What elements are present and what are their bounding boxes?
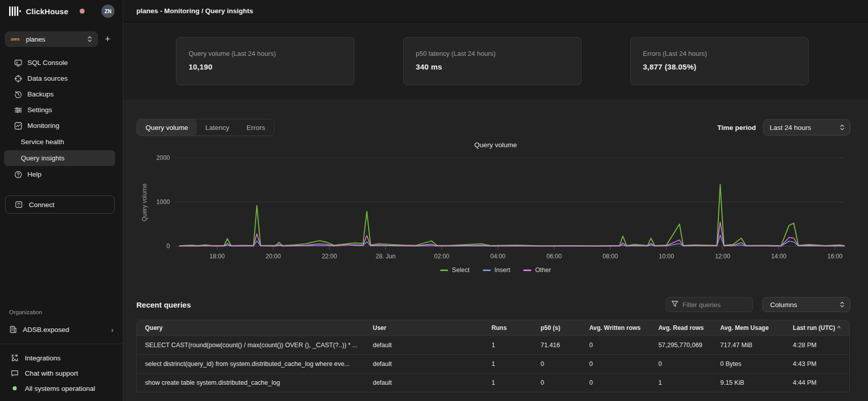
cell-runs: 1: [487, 354, 536, 373]
x-tick-label: 28. Jun: [376, 253, 395, 260]
series-line-select: [179, 184, 844, 246]
time-period-control: Time period Last 24 hours: [717, 119, 850, 136]
sidebar-item-label: SQL Console: [27, 59, 68, 66]
stat-card-errors: Errors (Last 24 hours) 3,877 (38.05%): [630, 37, 809, 85]
x-tick-label: 10:00: [659, 253, 674, 260]
tab-latency[interactable]: Latency: [197, 119, 238, 136]
legend-label: Insert: [494, 266, 510, 274]
cell-user: default: [369, 373, 487, 392]
console-icon: [14, 59, 22, 67]
stat-label: p50 latency (Last 24 hours): [416, 50, 569, 57]
sidebar-item-label: Monitoring: [27, 122, 59, 129]
x-tick-label: 02:00: [434, 253, 449, 260]
avatar[interactable]: ZN: [101, 5, 115, 18]
column-header-p50[interactable]: p50 (s): [536, 320, 585, 336]
sidebar-item-label: Settings: [27, 106, 52, 114]
table-row[interactable]: show create table system.distributed_cac…: [137, 373, 849, 392]
cell-p50: 0: [536, 373, 585, 392]
other-series-swatch: [523, 270, 531, 271]
column-header-runs[interactable]: Runs: [487, 320, 536, 336]
sidebar-item-query-insights[interactable]: Query insights: [4, 150, 115, 166]
cell-mem: 0 Bytes: [716, 354, 789, 373]
workspace-row: aws planes +: [0, 22, 123, 47]
recent-queries-header: Recent queries Columns: [136, 296, 850, 313]
cell-user: default: [369, 336, 487, 354]
y-tick-label: 2000: [156, 154, 170, 161]
legend-item-select[interactable]: Select: [440, 266, 469, 274]
stats-band: Query volume (Last 24 hours) 10,190 p50 …: [123, 22, 868, 99]
time-period-select[interactable]: Last 24 hours: [763, 119, 850, 136]
columns-select[interactable]: Columns: [763, 297, 850, 312]
tab-query-volume[interactable]: Query volume: [137, 119, 197, 136]
footer-item-label: All systems operational: [25, 385, 95, 392]
chart-title: Query volume: [123, 141, 868, 150]
sidebar-item-settings[interactable]: Settings: [0, 102, 123, 118]
cell-p50: 71.416: [536, 336, 585, 354]
column-header-user[interactable]: User: [369, 320, 487, 336]
table-row[interactable]: SELECT CAST(round(pow(count() / max(coun…: [137, 336, 849, 354]
chevron-up-down-icon: [87, 36, 92, 43]
cell-read: 1: [654, 373, 716, 392]
cell-user: default: [369, 354, 487, 373]
footer-item-label: Integrations: [25, 354, 61, 362]
filter-queries-input[interactable]: [682, 301, 743, 309]
stat-value: 340 ms: [416, 62, 569, 71]
sidebar-item-integrations[interactable]: Integrations: [0, 350, 123, 365]
sidebar-item-data-sources[interactable]: Data sources: [0, 71, 123, 86]
workspace-select[interactable]: aws planes: [5, 31, 98, 47]
organization-icon: [9, 325, 17, 333]
add-service-button[interactable]: +: [105, 35, 111, 44]
organization-switcher[interactable]: ADSB.exposed ›: [0, 321, 123, 338]
brand-row: ClickHouse ZN: [0, 0, 123, 22]
legend-label: Select: [452, 266, 469, 274]
stat-value: 3,877 (38.05%): [643, 62, 796, 71]
cell-mem: 9.15 KiB: [716, 373, 789, 392]
sidebar-item-help[interactable]: Help: [0, 166, 123, 182]
status-ok-icon: [11, 386, 19, 390]
x-tick-label: 08:00: [603, 253, 618, 260]
organization-section-label: Organization: [0, 309, 123, 315]
cell-p50: 0: [536, 354, 585, 373]
chevron-up-down-icon: [840, 124, 845, 131]
cell-mem: 717.47 MiB: [716, 336, 789, 354]
x-tick-label: 14:00: [771, 253, 786, 260]
column-header-query[interactable]: Query: [137, 320, 369, 336]
connect-label: Connect: [29, 201, 54, 209]
column-header-last-run[interactable]: Last run (UTC)^: [789, 320, 849, 336]
sidebar-item-service-health[interactable]: Service health: [4, 134, 115, 150]
cell-read: 0: [654, 354, 716, 373]
stat-label: Query volume (Last 24 hours): [189, 50, 342, 57]
stat-value: 10,190: [189, 62, 342, 71]
data-sources-icon: [14, 75, 22, 83]
app-root: ClickHouse ZN aws planes + SQL Console: [0, 0, 868, 401]
chart-legend: Select Insert Other: [123, 265, 868, 275]
sidebar-item-chat-with-support[interactable]: Chat with support: [0, 365, 123, 381]
legend-item-other[interactable]: Other: [523, 266, 551, 274]
connect-button[interactable]: Connect: [5, 195, 115, 214]
monitoring-icon: [14, 122, 22, 130]
chart-tabs: Query volume Latency Errors: [136, 119, 274, 136]
column-header-written-rows[interactable]: Avg. Written rows: [585, 320, 654, 336]
cell-runs: 1: [487, 336, 536, 354]
chart-controls: Query volume Latency Errors Time period …: [136, 119, 850, 136]
column-header-read-rows[interactable]: Avg. Read rows: [654, 320, 716, 336]
x-tick-label: 20:00: [266, 253, 281, 260]
cell-query: show create table system.distributed_cac…: [137, 373, 369, 392]
table-row[interactable]: select distrinct(query_id) from system.d…: [137, 354, 849, 373]
sidebar: ClickHouse ZN aws planes + SQL Console: [0, 0, 123, 401]
sidebar-item-backups[interactable]: Backups: [0, 86, 123, 102]
clickhouse-logo-icon: [9, 6, 21, 16]
stat-card-query-volume: Query volume (Last 24 hours) 10,190: [176, 37, 354, 85]
sidebar-item-sql-console[interactable]: SQL Console: [0, 55, 123, 71]
cell-written: 0: [585, 336, 654, 354]
recent-queries-title: Recent queries: [136, 300, 191, 309]
query-volume-chart: 010002000Query volume18:0020:0022:0028. …: [123, 150, 868, 262]
breadcrumb: planes - Monitoring / Query insights: [136, 7, 253, 15]
x-tick-label: 16:00: [827, 253, 843, 260]
tab-errors[interactable]: Errors: [238, 119, 274, 136]
cell-last-run: 4:43 PM: [789, 354, 849, 373]
sidebar-item-monitoring[interactable]: Monitoring: [0, 118, 123, 133]
legend-item-insert[interactable]: Insert: [483, 266, 510, 274]
column-header-mem-usage[interactable]: Avg. Mem Usage: [716, 320, 789, 336]
sidebar-item-system-status[interactable]: All systems operational: [0, 381, 123, 396]
